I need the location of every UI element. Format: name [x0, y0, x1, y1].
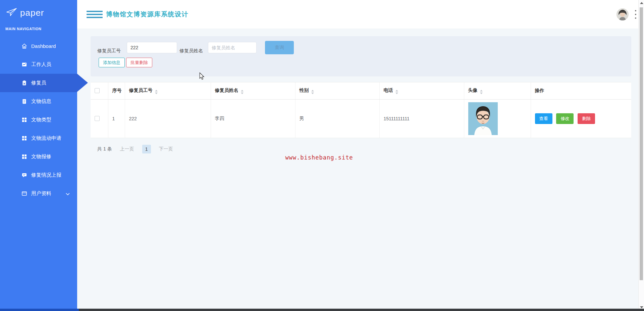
hamburger-menu-icon[interactable]: [87, 11, 103, 18]
sort-icon[interactable]: [311, 90, 314, 94]
sidebar-item-label: 用户资料: [31, 190, 51, 197]
table-row: 1 222 李四 男 15111111111: [91, 99, 631, 138]
paper-plane-icon: [6, 7, 17, 18]
sidebar-item-user-profile[interactable]: 用户资料: [0, 184, 77, 203]
row-checkbox[interactable]: [95, 116, 100, 121]
sidebar-item-restorer[interactable]: 修复员: [0, 74, 77, 92]
col-header-gender[interactable]: 性别: [295, 82, 379, 99]
batch-delete-button[interactable]: 批量删除: [126, 58, 152, 67]
sidebar-item-label: 工作人员: [31, 61, 51, 68]
next-page-button[interactable]: 下一页: [159, 146, 173, 152]
sort-icon[interactable]: [480, 90, 483, 94]
current-page-button[interactable]: 1: [142, 145, 151, 153]
window-icon: [21, 191, 27, 196]
more-options-icon[interactable]: [633, 10, 638, 19]
sidebar-item-dashboard[interactable]: Dashboard: [0, 37, 77, 55]
col-header-actions: 操作: [531, 82, 631, 99]
chevron-down-icon: [66, 191, 70, 196]
edit-button[interactable]: 修改: [556, 113, 574, 124]
prev-page-button[interactable]: 上一页: [120, 146, 134, 152]
cell-gender: 男: [295, 99, 379, 138]
col-header-worker-id[interactable]: 修复员工号: [125, 82, 211, 99]
col-header-phone[interactable]: 电话: [379, 82, 464, 99]
col-header-name[interactable]: 修复员姓名: [211, 82, 295, 99]
col-header-index[interactable]: 序号: [108, 82, 125, 99]
vertical-scrollbar[interactable]: [638, 0, 644, 311]
view-button[interactable]: 查看: [535, 113, 552, 124]
delete-button[interactable]: 删除: [578, 113, 595, 124]
row-avatar-image: [468, 102, 498, 135]
scroll-up-arrow-icon[interactable]: [640, 2, 643, 4]
scroll-down-arrow-icon[interactable]: [640, 306, 643, 308]
sidebar-nav: Dashboard 工作人员 修复员 文物信息 文物类型: [0, 37, 77, 203]
select-all-checkbox[interactable]: [95, 88, 100, 93]
scrollbar-thumb[interactable]: [640, 7, 643, 280]
cell-worker-id: 222: [125, 99, 211, 138]
cell-index: 1: [108, 99, 125, 138]
comment-icon: [21, 172, 27, 178]
sidebar-item-staff[interactable]: 工作人员: [0, 55, 77, 74]
cell-phone: 15111111111: [379, 99, 464, 138]
add-info-button[interactable]: 添加信息: [99, 58, 125, 67]
data-table-card: 序号 修复员工号 修复员姓名 性别 电话 头像 操作 1 222 李四 男 15…: [91, 82, 631, 138]
sort-icon[interactable]: [155, 90, 158, 94]
nav-section-label: MAIN NAVIGATION: [5, 27, 77, 31]
grid-icon: [21, 135, 27, 141]
user-avatar[interactable]: [616, 8, 629, 20]
sidebar-item-relic-info[interactable]: 文物信息: [0, 92, 77, 111]
search-button[interactable]: 查询: [265, 41, 294, 54]
sidebar-item-label: 文物信息: [31, 98, 51, 105]
sidebar-item-relic-flow[interactable]: 文物流动申请: [0, 129, 77, 147]
grid-icon: [21, 117, 27, 123]
sidebar-item-label: 文物类型: [31, 117, 51, 123]
sidebar-item-label: 文物流动申请: [31, 135, 61, 141]
sidebar-item-relic-type[interactable]: 文物类型: [0, 111, 77, 129]
page-title: 博物馆文博资源库系统设计: [106, 0, 189, 28]
grid-icon: [21, 154, 27, 160]
clipboard-icon: [21, 80, 27, 86]
bottom-edge-left: [0, 309, 79, 311]
filter-panel: 修复员工号 修复员姓名 查询 添加信息 批量删除: [91, 36, 631, 76]
sort-icon[interactable]: [395, 90, 398, 94]
sidebar-item-label: Dashboard: [31, 43, 56, 49]
worker-name-label: 修复员姓名: [179, 45, 203, 56]
bottom-edge-right: [79, 309, 644, 311]
home-icon: [21, 43, 27, 49]
worker-id-input[interactable]: [127, 42, 177, 53]
cell-name: 李四: [211, 99, 295, 138]
top-header: 博物馆文博资源库系统设计: [77, 0, 638, 28]
image-icon: [21, 62, 27, 67]
worker-id-label: 修复员工号: [97, 45, 121, 56]
pagination: 共 1 条 上一页 1 下一页: [97, 145, 173, 153]
watermark-text: www.bishebang.site: [0, 154, 638, 161]
app-logo[interactable]: paper: [0, 0, 77, 18]
restorer-table: 序号 修复员工号 修复员姓名 性别 电话 头像 操作 1 222 李四 男 15…: [91, 82, 631, 138]
col-header-avatar[interactable]: 头像: [464, 82, 531, 99]
sidebar-item-label: 修复情况上报: [31, 172, 61, 178]
worker-name-input[interactable]: [208, 42, 257, 53]
pagination-total: 共 1 条: [97, 146, 112, 152]
sidebar-item-label: 文物报修: [31, 153, 51, 160]
sidebar: paper MAIN NAVIGATION Dashboard 工作人员 修复员: [0, 0, 77, 311]
sort-icon[interactable]: [241, 90, 244, 94]
sidebar-item-label: 修复员: [31, 80, 46, 86]
window-bottom-edge: [0, 309, 644, 311]
document-icon: [21, 99, 27, 104]
table-header-row: 序号 修复员工号 修复员姓名 性别 电话 头像 操作: [91, 82, 631, 99]
sidebar-item-relic-repair[interactable]: 文物报修: [0, 147, 77, 166]
sidebar-item-repair-report[interactable]: 修复情况上报: [0, 166, 77, 184]
logo-text: paper: [20, 8, 44, 18]
